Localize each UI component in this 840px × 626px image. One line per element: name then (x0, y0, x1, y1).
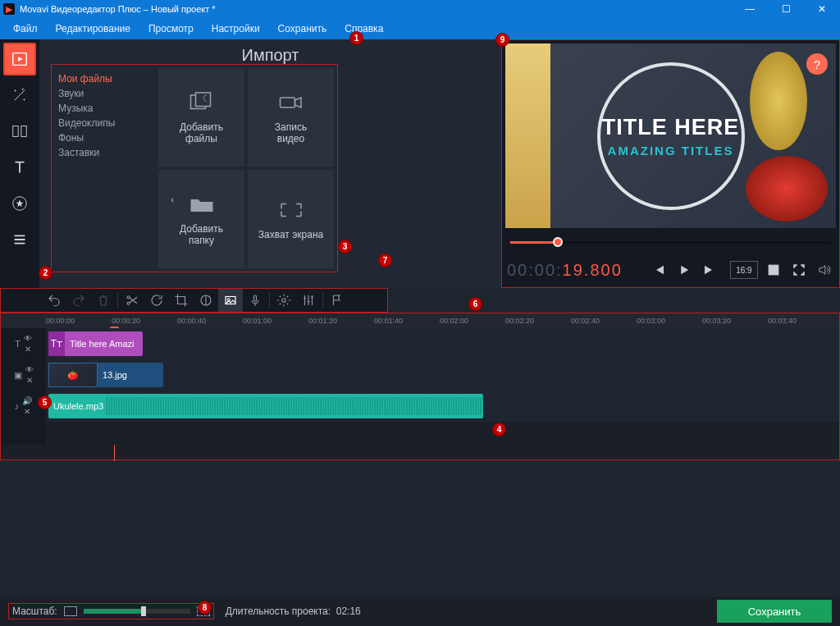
undo-button[interactable] (42, 289, 66, 312)
timecode-prefix: 00:00: (507, 261, 563, 279)
marker-button[interactable] (325, 289, 349, 312)
window-maximize-button[interactable]: ☐ (768, 0, 804, 18)
clip-properties-button[interactable] (218, 289, 243, 312)
import-cat-intros[interactable]: Заставки (58, 145, 158, 160)
menu-save[interactable]: Сохранить (272, 21, 334, 36)
delete-button[interactable] (91, 289, 116, 312)
time-ruler[interactable]: 00:00:0000:00:2000:00:4000:01:0000:01:20… (1, 313, 839, 328)
window-minimize-button[interactable]: — (732, 0, 768, 18)
help-button[interactable]: ? (806, 53, 828, 75)
save-button[interactable]: Сохранить (717, 600, 832, 623)
add-folder-card[interactable]: Добавить папку (158, 170, 244, 268)
volume-button[interactable] (814, 259, 834, 281)
sidebar (0, 39, 39, 288)
annotation-bubble-5: 5 (38, 395, 52, 409)
fx-icon[interactable]: ✕ (26, 376, 33, 385)
title-clip[interactable]: Tᴛ Title here Amazi (48, 331, 143, 356)
screen-capture-card[interactable]: Захват экрана (248, 170, 334, 268)
zoom-control[interactable]: Масштаб: (8, 603, 214, 619)
media-files-icon (187, 90, 217, 115)
svg-rect-10 (195, 93, 210, 107)
eye-icon[interactable]: 👁 (24, 334, 32, 343)
ruler-tick: 00:02:00 (440, 317, 468, 325)
redo-button[interactable] (66, 289, 91, 312)
menu-help[interactable]: Справка (338, 21, 390, 36)
next-frame-button[interactable] (700, 259, 720, 281)
menu-file[interactable]: Файл (7, 21, 44, 36)
settings-button[interactable] (272, 289, 296, 312)
svg-rect-11 (280, 98, 294, 107)
video-clip-label: 13.jpg (103, 370, 127, 380)
sidebar-stickers[interactable] (3, 187, 36, 220)
zoom-out-icon[interactable] (64, 606, 77, 616)
aspect-ratio-button[interactable]: 16:9 (730, 261, 759, 279)
import-cat-videoclips[interactable]: Видеоклипы (58, 116, 158, 130)
add-files-label: Добавить файлы (180, 121, 223, 144)
title-track-icon: T (15, 339, 21, 349)
window-close-button[interactable]: ✕ (804, 0, 840, 18)
collapse-handle[interactable]: ‹ (167, 190, 178, 209)
crop-button[interactable] (169, 289, 194, 312)
svg-rect-20 (254, 295, 257, 302)
video-clip[interactable]: 🍅 13.jpg (48, 363, 163, 387)
ruler-tick: 00:03:20 (702, 317, 731, 325)
detach-preview-button[interactable] (763, 259, 783, 281)
audio-waveform (106, 397, 483, 415)
record-video-card[interactable]: Запись видео (248, 68, 334, 167)
zoom-slider[interactable] (84, 609, 190, 614)
svg-point-15 (127, 296, 130, 299)
sidebar-transitions[interactable] (3, 115, 36, 148)
annotation-bubble-7: 7 (378, 254, 392, 267)
svg-marker-8 (16, 199, 23, 207)
preview-seek-slider[interactable] (510, 235, 831, 249)
rotate-button[interactable] (144, 289, 169, 312)
sidebar-import[interactable] (3, 43, 36, 75)
svg-marker-12 (294, 98, 301, 107)
record-audio-button[interactable] (243, 289, 267, 312)
import-cat-backdrops[interactable]: Фоны (58, 130, 158, 145)
import-cat-music[interactable]: Музыка (58, 101, 158, 116)
ruler-tick: 00:01:00 (243, 317, 272, 325)
sidebar-filters[interactable] (3, 79, 36, 112)
color-adjust-button[interactable] (194, 289, 218, 312)
ruler-tick: 00:02:20 (505, 317, 534, 325)
sidebar-more[interactable] (3, 223, 36, 256)
annotation-bubble-1: 1 (349, 31, 363, 45)
svg-point-16 (127, 302, 130, 304)
timecode-value: 19.800 (563, 261, 623, 279)
equalizer-button[interactable] (296, 289, 321, 312)
add-files-card[interactable]: Добавить файлы (158, 68, 244, 167)
menu-settings[interactable]: Настройки (205, 21, 267, 36)
menu-edit[interactable]: Редактирование (49, 21, 137, 36)
import-cat-myfiles[interactable]: Мои файлы (58, 71, 158, 86)
import-cat-sounds[interactable]: Звуки (58, 86, 158, 101)
fx-icon[interactable]: ✕ (25, 345, 31, 354)
menu-view[interactable]: Просмотр (142, 21, 200, 36)
annotation-bubble-6: 6 (468, 297, 482, 311)
title-track: T 👁✕ Tᴛ Title here Amazi (1, 328, 839, 359)
video-track-icon: ▣ (14, 370, 22, 381)
play-button[interactable] (674, 259, 695, 281)
annotation-bubble-8: 8 (198, 601, 212, 615)
timecode: 00:00:19.800 (507, 260, 623, 280)
split-button[interactable] (120, 289, 144, 312)
sidebar-titles[interactable] (3, 151, 36, 184)
timeline: + 00:00:0000:00:2000:00:4000:01:0000:01:… (0, 313, 840, 460)
title-clip-label: Title here Amazi (70, 339, 134, 349)
fullscreen-button[interactable] (788, 259, 809, 281)
star-circle-icon (11, 194, 29, 212)
video-track-head[interactable]: ▣ 👁✕ (1, 359, 46, 391)
audio-clip[interactable]: Ukulele.mp3 (48, 394, 483, 418)
prev-frame-button[interactable] (649, 259, 669, 281)
title-track-head[interactable]: T 👁✕ (1, 328, 46, 359)
text-icon (11, 158, 29, 176)
video-track: ▣ 👁✕ 🍅 13.jpg (1, 359, 839, 391)
preview-panel: TITLE HERE AMAZING TITLES ? 00:00:19.800… (501, 39, 840, 288)
add-folder-label: Добавить папку (180, 223, 223, 246)
mute-icon[interactable]: 🔊 (22, 396, 32, 405)
svg-rect-5 (13, 126, 18, 137)
fx-icon[interactable]: ✕ (24, 407, 30, 416)
eye-icon[interactable]: 👁 (25, 365, 34, 374)
toolbar-row (0, 288, 840, 313)
zoom-label: Масштаб: (12, 605, 57, 617)
